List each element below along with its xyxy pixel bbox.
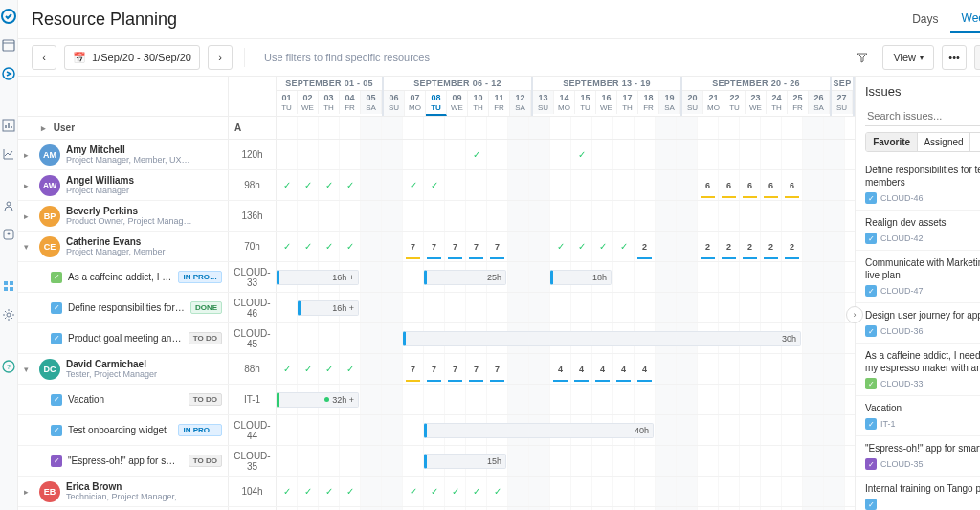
grid-cell[interactable]	[635, 293, 656, 322]
grid-cell[interactable]	[508, 446, 529, 476]
grid-cell[interactable]	[761, 477, 782, 506]
grid-cell[interactable]	[824, 262, 845, 292]
grid-cell[interactable]	[277, 446, 298, 476]
grid-cell[interactable]	[550, 201, 571, 231]
grid-cell[interactable]	[698, 477, 719, 506]
grid-cell[interactable]: 6	[761, 170, 782, 200]
grid-cell[interactable]	[487, 170, 508, 200]
grid-cell[interactable]: ✓	[403, 170, 424, 200]
issue-card[interactable]: ★Communicate with Marketing for go-live …	[856, 251, 980, 303]
grid-cell[interactable]	[635, 262, 656, 292]
grid-cell[interactable]	[529, 385, 550, 414]
grid-cell[interactable]	[361, 140, 382, 169]
issue-key[interactable]: CLOUD-35	[229, 446, 277, 476]
grid-cell[interactable]	[740, 354, 761, 384]
time-bar[interactable]: 30h	[403, 331, 801, 346]
user-icon[interactable]	[0, 226, 17, 243]
grid-cell[interactable]	[382, 140, 403, 169]
grid-cell[interactable]	[592, 385, 613, 414]
grid-cell[interactable]: 7	[466, 354, 487, 384]
grid-cell[interactable]	[677, 140, 698, 169]
grid-cell[interactable]	[698, 201, 719, 231]
grid-cell[interactable]	[550, 140, 571, 169]
grid-cell[interactable]	[361, 415, 382, 445]
status-badge[interactable]: TO DO	[189, 332, 222, 344]
grid-cell[interactable]: ✓	[319, 477, 340, 506]
expand-user[interactable]: ▸	[24, 211, 33, 221]
grid-cell[interactable]	[550, 385, 571, 414]
grid-cell[interactable]	[698, 262, 719, 292]
grid-cell[interactable]	[382, 385, 403, 414]
day-header[interactable]: 14MO	[554, 91, 575, 114]
report-icon[interactable]	[0, 117, 17, 134]
grid-cell[interactable]: 7	[403, 232, 424, 261]
day-header[interactable]: 13SU	[533, 91, 554, 114]
grid-cell[interactable]	[635, 201, 656, 231]
grid-cell[interactable]	[508, 262, 529, 292]
grid-cell[interactable]: 6	[719, 170, 740, 200]
grid-cell[interactable]	[424, 140, 445, 169]
help-icon[interactable]: ?	[0, 358, 17, 375]
task-name[interactable]: "Espress-oh!" app for smart…	[68, 455, 183, 466]
grid-cell[interactable]	[803, 140, 824, 169]
grid-cell[interactable]	[719, 385, 740, 414]
grid-cell[interactable]: 7	[487, 232, 508, 261]
issue-card[interactable]: ★Internal training on Tango product✓	[856, 477, 980, 510]
grid-cell[interactable]: ✓	[319, 170, 340, 200]
day-header[interactable]: 16WE	[596, 91, 617, 114]
grid-cell[interactable]	[803, 170, 824, 200]
grid-cell[interactable]	[824, 446, 845, 476]
grid-cell[interactable]	[719, 446, 740, 476]
grid-cell[interactable]	[677, 262, 698, 292]
grid-cell[interactable]	[592, 293, 613, 322]
grid-cell[interactable]	[340, 415, 361, 445]
grid-cell[interactable]: 4	[550, 354, 571, 384]
grid-cell[interactable]	[656, 201, 677, 231]
grid-cell[interactable]	[550, 293, 571, 322]
grid-cell[interactable]	[824, 170, 845, 200]
grid-cell[interactable]	[592, 446, 613, 476]
grid-cell[interactable]: ✓	[550, 232, 571, 261]
grid-cell[interactable]: ✓	[403, 477, 424, 506]
day-header[interactable]: 27SU	[832, 91, 853, 114]
grid-cell[interactable]	[656, 477, 677, 506]
grid-cell[interactable]	[824, 477, 845, 506]
avatar[interactable]: EB	[39, 481, 60, 502]
issue-key[interactable]: CLOUD-44	[229, 415, 277, 445]
grid-cell[interactable]: 2	[782, 232, 803, 261]
tab-days[interactable]: Days	[901, 7, 949, 32]
grid-cell[interactable]	[613, 201, 635, 231]
grid-cell[interactable]: 2	[740, 232, 761, 261]
day-header[interactable]: 24TH	[767, 91, 788, 114]
grid-cell[interactable]	[761, 415, 782, 445]
grid-cell[interactable]	[782, 415, 803, 445]
grid-cell[interactable]	[277, 140, 298, 169]
grid-cell[interactable]	[571, 293, 592, 322]
grid-cell[interactable]: ✓	[277, 354, 298, 384]
grid-cell[interactable]: ✓	[424, 170, 445, 200]
grid-cell[interactable]	[382, 201, 403, 231]
grid-cell[interactable]	[782, 262, 803, 292]
day-header[interactable]: 04FR	[340, 91, 361, 114]
expand-user[interactable]: ▸	[24, 487, 33, 497]
time-bar[interactable]: 16h +	[277, 270, 359, 285]
grid-cell[interactable]	[445, 201, 466, 231]
grid-cell[interactable]: ✓	[487, 477, 508, 506]
prev-button[interactable]: ‹	[32, 45, 56, 70]
grid-cell[interactable]	[761, 201, 782, 231]
day-header[interactable]: 19SA	[659, 91, 680, 114]
logo-icon[interactable]	[0, 8, 17, 25]
grid-cell[interactable]	[487, 140, 508, 169]
grid-cell[interactable]: 2	[635, 232, 656, 261]
grid-cell[interactable]	[803, 293, 824, 322]
grid-cell[interactable]: ✓	[466, 477, 487, 506]
grid-cell[interactable]	[740, 262, 761, 292]
grid-cell[interactable]	[487, 385, 508, 414]
day-header[interactable]: 06SU	[384, 91, 405, 116]
grid-cell[interactable]: ✓	[277, 232, 298, 261]
grid-cell[interactable]	[782, 477, 803, 506]
grid-cell[interactable]	[361, 385, 382, 414]
grid-cell[interactable]	[445, 385, 466, 414]
grid-cell[interactable]	[698, 385, 719, 414]
grid-cell[interactable]	[487, 293, 508, 322]
